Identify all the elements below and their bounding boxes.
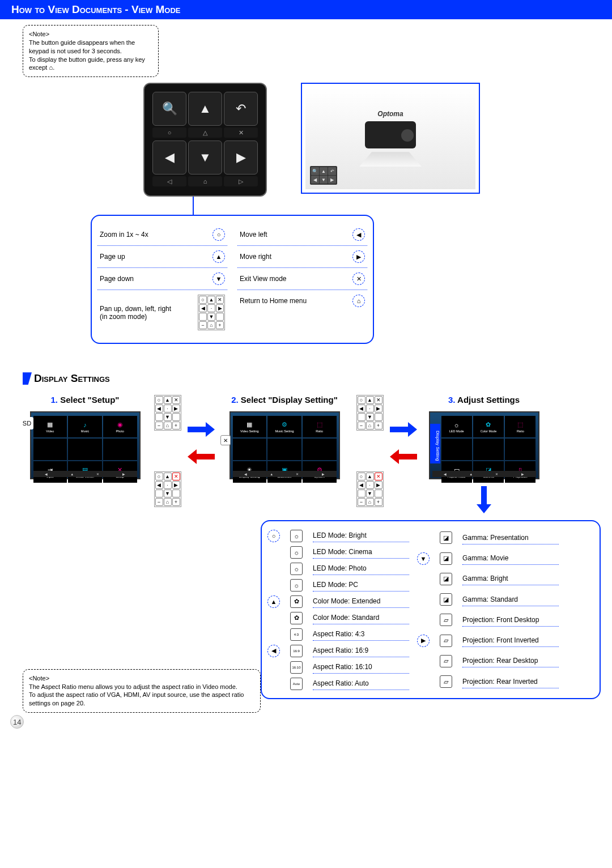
page-number: 14 — [10, 715, 19, 729]
keypad-large: 🔍 ▲ ↶ ○ △ ✕ ◀ ▼ ▶ ◁ ⌂ ▷ — [143, 83, 267, 197]
note-box-2: <Note> The Aspect Ratio menu allows you … — [23, 669, 261, 713]
triangle-icon: △ — [188, 127, 222, 138]
arrow-back-1 — [188, 452, 215, 462]
adjust-settings-table: ○☼LED Mode: Bright☼LED Mode: Cinema☼LED … — [261, 520, 601, 699]
section-header-display-settings: Display Settings — [23, 372, 110, 385]
arrow-back-2 — [390, 452, 417, 462]
keypad-mini-1b: ○▲✕◀·▶▼−⌂+ — [154, 471, 181, 507]
left-tri-icon: ◁ — [152, 176, 186, 186]
keypad-mini-2b: ○▲✕◀·▶▼−⌂+ — [356, 471, 384, 507]
note-end: . — [53, 64, 54, 71]
right-arrow-icon: ▶ — [224, 141, 258, 175]
arrow-forward-1 — [188, 424, 215, 435]
mini-keypad-overlay: 🔍▲↶ ◀▼▶ — [310, 166, 337, 185]
note-label: <Note> — [29, 30, 152, 39]
section-header-view-mode: How to View Documents - View Mode — [0, 0, 612, 19]
menu-main-thumb: SD ▦Video♪Music◉Photo⇥Input▤Office Viewe… — [30, 411, 141, 479]
note-box-1: <Note> The button guide disappears when … — [23, 25, 159, 77]
button-table-right-col: Move left◀Move right▶Exit View mode✕Retu… — [237, 224, 367, 335]
arrow-forward-2 — [390, 424, 417, 435]
keypad-mini-2a: ○▲✕◀·▶▼−⌂+ — [356, 395, 384, 431]
view-mode-button-table: Zoom in 1x ~ 4x○Page up▲Page down▼Pan up… — [91, 215, 374, 344]
zoom-icon: 🔍 — [152, 92, 186, 126]
x-icon: ✕ — [224, 127, 258, 138]
menu-setup-thumb: ✕ ▦Video Setting⚙Music Setting⬚Ratio☀Dis… — [230, 411, 340, 479]
projector-preview-frame: Optoma 🔍▲↶ ◀▼▶ — [301, 83, 480, 194]
note-text-1: The button guide disappears when the key… — [29, 39, 152, 56]
note2-text-1: The Aspect Ratio menu allows you to adju… — [29, 683, 254, 691]
up-arrow-icon: ▲ — [188, 92, 222, 126]
display-setting-sidebar-label: Display Setting — [430, 424, 440, 463]
home-tri-icon: ⌂ — [188, 176, 222, 186]
button-table-left-col: Zoom in 1x ~ 4x○Page up▲Page down▼Pan up… — [97, 224, 227, 335]
note2-label: <Note> — [29, 674, 254, 683]
step-3-title: 3. Adjust Settings — [448, 395, 520, 405]
projector-icon — [365, 121, 416, 148]
note-text-2: To display the button guide, press any k… — [29, 56, 145, 71]
step-2-title: 2. Select "Display Setting" — [231, 395, 338, 405]
note2-text-2: To adjust the aspect ratio of VGA, HDMI,… — [29, 691, 254, 708]
left-arrow-icon: ◀ — [152, 141, 186, 175]
keypad-mini-1a: ○▲✕◀·▶▼−⌂+ — [154, 395, 181, 431]
menu-display-setting-thumb: Display Setting ☼LED Mode✿Color Mode⬚Rat… — [429, 411, 539, 479]
down-arrow-icon: ▼ — [188, 141, 222, 175]
circle-icon: ○ — [152, 127, 186, 138]
brand-label: Optoma — [377, 110, 403, 118]
undo-icon: ↶ — [224, 92, 258, 126]
step-1-title: 1. Select "Setup" — [51, 395, 120, 405]
right-tri-icon: ▷ — [224, 176, 258, 186]
arrow-down — [479, 486, 489, 513]
